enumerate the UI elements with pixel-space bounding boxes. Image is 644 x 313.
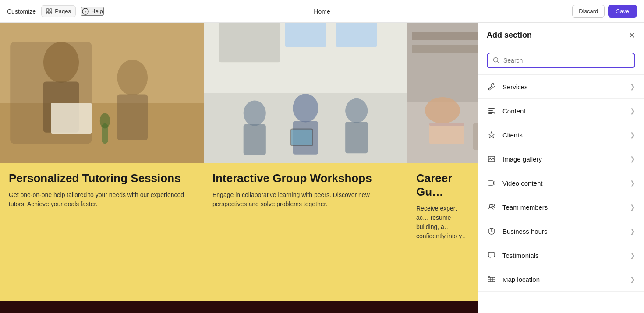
- menu-list: Services ❯ A Content ❯: [478, 75, 644, 313]
- search-box: [487, 53, 635, 68]
- chat-icon: [487, 250, 496, 260]
- card-career-title: Career Gu…: [416, 172, 469, 199]
- star-icon: [487, 130, 496, 140]
- search-input[interactable]: [503, 57, 629, 64]
- page-title: Home: [314, 8, 330, 15]
- card-workshops-body: Interactive Group Workshops Engage in co…: [204, 163, 407, 209]
- content-icon: A: [487, 106, 496, 116]
- svg-rect-20: [336, 23, 377, 47]
- clock-icon: [487, 226, 496, 236]
- svg-rect-42: [488, 110, 493, 111]
- main-area: Personalized Tutoring Sessions Get one-o…: [0, 23, 644, 313]
- help-icon: ?: [82, 8, 89, 15]
- svg-rect-31: [412, 32, 478, 40]
- topbar: Customize Pages ? Help Home Discard Save: [0, 0, 644, 23]
- card-workshops-title: Interactive Group Workshops: [212, 172, 399, 185]
- svg-point-48: [490, 158, 491, 158]
- menu-label-business-hours: Business hours: [502, 228, 630, 235]
- pages-icon: [46, 8, 52, 14]
- svg-point-21: [244, 100, 266, 126]
- close-button[interactable]: ✕: [629, 32, 635, 39]
- menu-label-testimonials: Testimonials: [502, 252, 630, 259]
- card-workshops-image: [204, 23, 407, 163]
- wrench-icon: [487, 82, 496, 91]
- card-tutoring-desc: Get one-on-one help tailored to your nee…: [9, 190, 195, 209]
- svg-rect-26: [345, 122, 368, 153]
- save-button[interactable]: Save: [608, 5, 637, 18]
- video-icon: [487, 178, 496, 188]
- card-tutoring: Personalized Tutoring Sessions Get one-o…: [0, 23, 204, 313]
- discard-button[interactable]: Discard: [572, 5, 605, 18]
- svg-rect-18: [219, 23, 280, 62]
- help-button[interactable]: ? Help: [81, 7, 104, 16]
- team-icon: [487, 202, 496, 212]
- menu-item-map-location[interactable]: Map location ❯: [478, 267, 644, 292]
- svg-rect-41: [488, 108, 495, 109]
- menu-item-clients[interactable]: Clients ❯: [478, 123, 644, 147]
- canvas-inner: Personalized Tutoring Sessions Get one-o…: [0, 23, 478, 313]
- svg-line-54: [492, 231, 493, 232]
- svg-text:?: ?: [84, 10, 87, 14]
- menu-item-services[interactable]: Services ❯: [478, 75, 644, 99]
- svg-point-11: [117, 60, 148, 95]
- card-career-image: [407, 23, 478, 163]
- svg-point-39: [493, 84, 494, 85]
- menu-item-video-content[interactable]: Video content ❯: [478, 171, 644, 195]
- image-icon: [487, 154, 496, 164]
- map-icon: [487, 274, 496, 284]
- card-tutoring-body: Personalized Tutoring Sessions Get one-o…: [0, 163, 204, 209]
- canvas: Personalized Tutoring Sessions Get one-o…: [0, 23, 478, 313]
- menu-item-team-members[interactable]: Team members ❯: [478, 195, 644, 219]
- menu-label-content: Content: [502, 107, 630, 115]
- search-icon: [493, 57, 500, 64]
- chevron-right-icon: ❯: [630, 155, 635, 162]
- menu-item-business-hours[interactable]: Business hours ❯: [478, 219, 644, 243]
- svg-point-50: [489, 204, 492, 207]
- svg-text:A: A: [494, 111, 495, 114]
- menu-item-testimonials[interactable]: Testimonials ❯: [478, 243, 644, 267]
- add-section-sidebar: Add section ✕: [478, 23, 644, 313]
- pages-button[interactable]: Pages: [41, 5, 76, 17]
- svg-rect-28: [291, 130, 312, 145]
- svg-marker-46: [488, 132, 495, 138]
- menu-label-services: Services: [502, 83, 630, 91]
- svg-rect-36: [473, 123, 478, 150]
- card-workshops: Interactive Group Workshops Engage in co…: [204, 23, 407, 313]
- pages-label: Pages: [55, 8, 71, 14]
- menu-label-team-members: Team members: [502, 204, 630, 211]
- menu-label-video-content: Video content: [502, 179, 630, 187]
- topbar-right: Discard Save: [572, 5, 637, 18]
- card-tutoring-image: [0, 23, 204, 163]
- svg-point-33: [425, 97, 460, 123]
- workshops-photo: [204, 23, 407, 163]
- svg-rect-12: [117, 94, 148, 140]
- svg-point-25: [345, 98, 368, 123]
- svg-rect-35: [429, 123, 464, 126]
- menu-label-clients: Clients: [502, 131, 630, 139]
- menu-item-image-gallery[interactable]: Image gallery ❯: [478, 147, 644, 171]
- chevron-right-icon: ❯: [630, 228, 635, 235]
- chevron-right-icon: ❯: [630, 131, 635, 138]
- menu-label-image-gallery: Image gallery: [502, 155, 630, 163]
- menu-item-content[interactable]: A Content ❯: [478, 99, 644, 123]
- svg-rect-19: [285, 23, 326, 47]
- svg-rect-0: [46, 9, 49, 11]
- help-label: Help: [91, 8, 103, 14]
- svg-rect-32: [412, 45, 478, 53]
- card-workshops-desc: Engage in collaborative learning with pe…: [212, 190, 399, 209]
- svg-rect-49: [488, 181, 493, 185]
- svg-line-38: [498, 62, 499, 63]
- svg-rect-2: [46, 12, 49, 14]
- svg-rect-1: [50, 9, 52, 11]
- chevron-right-icon: ❯: [630, 107, 635, 114]
- search-container: [478, 46, 644, 75]
- tutoring-photo: [0, 23, 204, 163]
- chevron-right-icon: ❯: [630, 179, 635, 186]
- sidebar-header: Add section ✕: [478, 23, 644, 46]
- svg-point-9: [43, 42, 79, 83]
- career-photo: [407, 23, 478, 163]
- chevron-right-icon: ❯: [630, 276, 635, 283]
- customize-label: Customize: [7, 8, 36, 15]
- sidebar-title: Add section: [487, 31, 532, 40]
- chevron-right-icon: ❯: [630, 83, 635, 90]
